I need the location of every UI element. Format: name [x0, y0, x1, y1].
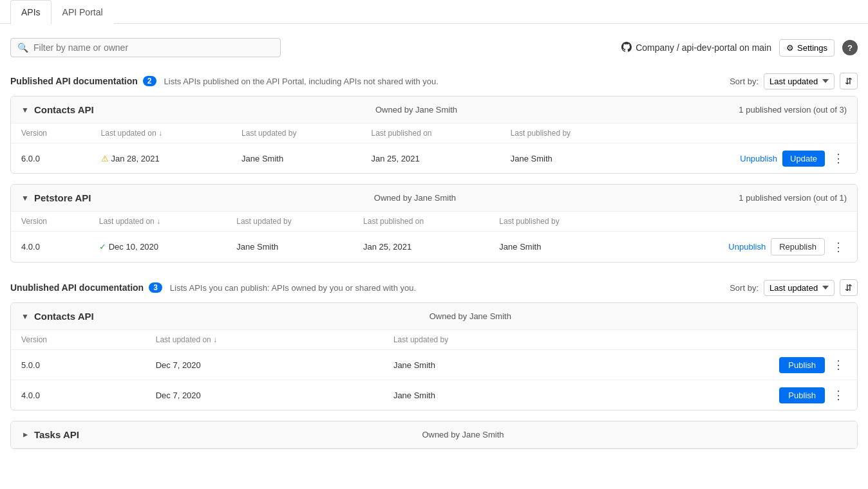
last-published-on-cell: Jan 25, 2021	[361, 143, 500, 174]
col-actions	[639, 124, 857, 143]
table-row: 6.0.0 ⚠ Jan 28, 2021 Jane Smith Jan 25, …	[11, 143, 857, 174]
unublished-tasks-api-header: ▼ Tasks API Owned by Jane Smith	[11, 421, 857, 448]
published-sort-label: Sort by:	[730, 77, 759, 86]
unublished-contacts-api-name: Contacts API	[34, 311, 94, 322]
actions-cell: Unpublish Republish ⋮	[625, 232, 858, 263]
col-last-updated-by: Last updated by	[231, 124, 361, 143]
gear-icon: ⚙	[786, 43, 794, 53]
settings-button[interactable]: ⚙ Settings	[779, 39, 835, 57]
petstore-api-name: Petstore API	[34, 192, 91, 203]
github-link[interactable]: Company / api-dev-portal on main	[621, 42, 771, 54]
petstore-api-chevron[interactable]: ▼	[21, 194, 29, 203]
unublished-contacts-table-header: Version Last updated on ↓ Last updated b…	[11, 330, 857, 350]
more-options-button[interactable]: ⋮	[830, 356, 847, 373]
last-published-on-cell: Jan 25, 2021	[353, 232, 489, 263]
tab-api-portal[interactable]: API Portal	[52, 0, 114, 24]
col-last-updated-on: Last updated on ↓	[89, 212, 227, 232]
unublished-section-header: Unublished API documentation 3 Lists API…	[0, 273, 868, 302]
top-bar: 🔍 Company / api-dev-portal on main ⚙ Set…	[0, 29, 868, 66]
version-cell: 5.0.0	[11, 350, 146, 380]
published-section-header: Published API documentation 2 Lists APIs…	[0, 66, 868, 96]
col-actions-empty	[602, 330, 857, 350]
unublished-contacts-api-title: ▼ Contacts API	[21, 311, 94, 322]
more-options-button[interactable]: ⋮	[830, 239, 847, 255]
published-section-title: Published API documentation 2 Lists APIs…	[10, 76, 439, 86]
unublished-contacts-api-table: Version Last updated on ↓ Last updated b…	[11, 330, 857, 410]
unublished-description: Lists APIs you can publish: APIs owned b…	[170, 283, 416, 293]
contacts-api-chevron[interactable]: ▼	[21, 106, 29, 115]
unpublish-button[interactable]: Unpublish	[740, 154, 777, 163]
version-cell: 4.0.0	[11, 380, 146, 411]
unublished-contacts-api-owner: Owned by Jane Smith	[429, 311, 511, 321]
published-contacts-api-title: ▼ Contacts API	[21, 104, 94, 115]
unublished-sort-select[interactable]: Last updated Name Owner	[764, 280, 835, 296]
col-last-updated-on: Last updated on ↓	[146, 330, 383, 350]
tasks-api-name: Tasks API	[34, 429, 79, 440]
top-bar-right: Company / api-dev-portal on main ⚙ Setti…	[621, 39, 858, 57]
col-last-published-on: Last published on	[361, 124, 500, 143]
last-updated-on-cell: Dec 7, 2020	[146, 350, 383, 380]
search-box: 🔍	[10, 38, 281, 57]
republish-button[interactable]: Republish	[771, 238, 825, 255]
search-icon: 🔍	[17, 42, 28, 53]
actions-cell: Publish ⋮	[602, 350, 857, 380]
update-button[interactable]: Update	[782, 151, 825, 167]
settings-label: Settings	[797, 43, 827, 53]
last-published-by-cell: Jane Smith	[500, 143, 639, 174]
petstore-api-published-versions: 1 published version (out of 1)	[739, 193, 847, 203]
github-link-text: Company / api-dev-portal on main	[636, 42, 771, 53]
publish-button-5[interactable]: Publish	[779, 357, 825, 373]
tasks-api-owner: Owned by Jane Smith	[422, 430, 504, 439]
actions-cell: Publish ⋮	[602, 380, 857, 411]
col-last-published-on: Last published on	[353, 212, 489, 232]
more-options-button[interactable]: ⋮	[830, 150, 847, 167]
col-version: Version	[11, 124, 91, 143]
unublished-tasks-api-title: ▼ Tasks API	[21, 429, 79, 440]
last-updated-by-cell: Jane Smith	[383, 350, 602, 380]
col-actions	[625, 212, 858, 232]
unublished-contacts-api-chevron[interactable]: ▼	[21, 312, 29, 321]
contacts-api-table-header: Version Last updated on ↓ Last updated b…	[11, 124, 857, 143]
col-last-updated-by: Last updated by	[383, 330, 602, 350]
last-published-by-cell: Jane Smith	[489, 232, 624, 263]
search-input[interactable]	[33, 42, 274, 53]
tab-apis[interactable]: APIs	[10, 0, 52, 24]
contacts-api-owner: Owned by Jane Smith	[375, 105, 457, 115]
last-updated-by-cell: Jane Smith	[231, 143, 361, 174]
table-row: 4.0.0 Dec 7, 2020 Jane Smith Publish ⋮	[11, 380, 857, 411]
published-contacts-api-header: ▼ Contacts API Owned by Jane Smith 1 pub…	[11, 97, 857, 124]
actions-cell: Unpublish Update ⋮	[639, 143, 857, 174]
published-badge: 2	[143, 76, 156, 86]
last-updated-by-cell: Jane Smith	[383, 380, 602, 411]
published-sort-direction-button[interactable]: ⇵	[840, 73, 858, 89]
published-sort-select[interactable]: Last updated Name Owner	[764, 73, 835, 89]
published-contacts-api-card: ▼ Contacts API Owned by Jane Smith 1 pub…	[10, 96, 858, 174]
tabs-bar: APIs API Portal	[0, 0, 868, 24]
table-row: 5.0.0 Dec 7, 2020 Jane Smith Publish ⋮	[11, 350, 857, 380]
col-version: Version	[11, 212, 89, 232]
last-updated-on-cell: ⚠ Jan 28, 2021	[91, 143, 232, 174]
col-version: Version	[11, 330, 146, 350]
contacts-api-published-versions: 1 published version (out of 3)	[739, 105, 847, 115]
col-last-updated-by: Last updated by	[226, 212, 353, 232]
petstore-api-table: Version Last updated on ↓ Last updated b…	[11, 212, 857, 262]
unublished-sort-label: Sort by:	[730, 283, 759, 293]
table-row: 4.0.0 ✓ Dec 10, 2020 Jane Smith Jan 25, …	[11, 232, 857, 263]
petstore-api-table-header: Version Last updated on ↓ Last updated b…	[11, 212, 857, 232]
unublished-contacts-api-card: ▼ Contacts API Owned by Jane Smith Versi…	[10, 302, 858, 411]
last-updated-on-cell: ✓ Dec 10, 2020	[89, 232, 227, 263]
unublished-badge: 3	[149, 282, 162, 293]
unpublish-button[interactable]: Unpublish	[728, 242, 766, 252]
published-petstore-api-title: ▼ Petstore API	[21, 192, 91, 203]
unublished-sort-direction-button[interactable]: ⇵	[840, 279, 858, 296]
warning-icon: ⚠	[101, 154, 109, 163]
published-petstore-api-header: ▼ Petstore API Owned by Jane Smith 1 pub…	[11, 185, 857, 212]
published-sort-area: Sort by: Last updated Name Owner ⇵	[730, 73, 858, 89]
published-description: Lists APIs published on the API Portal, …	[164, 77, 439, 86]
help-button[interactable]: ?	[842, 40, 858, 55]
last-updated-by-cell: Jane Smith	[226, 232, 353, 263]
version-cell: 6.0.0	[11, 143, 91, 174]
more-options-button[interactable]: ⋮	[830, 387, 847, 403]
publish-button-4[interactable]: Publish	[779, 387, 825, 403]
tasks-api-chevron[interactable]: ▼	[21, 431, 30, 439]
